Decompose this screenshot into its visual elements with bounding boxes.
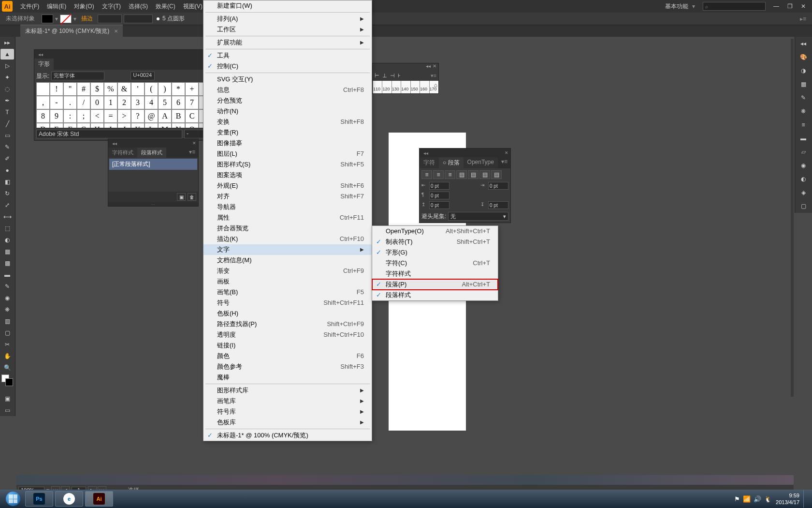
glyph-cell[interactable]: - bbox=[50, 96, 63, 109]
blob-brush-tool[interactable]: ● bbox=[0, 164, 14, 176]
menu-effect[interactable]: 效果(C) bbox=[152, 0, 179, 13]
free-transform-tool[interactable]: ⬚ bbox=[0, 223, 14, 234]
kinsoku-dropdown[interactable]: 无▾ bbox=[448, 212, 508, 221]
glyph-cell[interactable]: 2 bbox=[117, 96, 131, 109]
maximize-button[interactable]: ❐ bbox=[783, 1, 797, 11]
justify-all-button[interactable]: ▤ bbox=[491, 170, 502, 179]
character-tab[interactable]: 字符 bbox=[420, 157, 439, 168]
scrollbar[interactable] bbox=[791, 39, 794, 397]
color-panel-icon[interactable]: 🎨 bbox=[795, 50, 812, 64]
menu-type[interactable]: 文字(T) bbox=[98, 0, 125, 13]
justify-right-button[interactable]: ▤ bbox=[479, 170, 490, 179]
justify-left-button[interactable]: ▤ bbox=[456, 170, 467, 179]
first-line-indent-input[interactable] bbox=[429, 192, 450, 199]
menu-item[interactable]: 属性Ctrl+F11 bbox=[203, 212, 372, 223]
paintbrush-tool[interactable]: ✎ bbox=[0, 141, 14, 153]
indent-right-input[interactable] bbox=[488, 182, 508, 190]
panel-header[interactable]: ◂◂ ✕ bbox=[108, 139, 198, 148]
submenu-item[interactable]: 字符样式 bbox=[372, 269, 498, 279]
glyph-cell[interactable]: 7 bbox=[185, 96, 199, 109]
minimize-button[interactable]: — bbox=[769, 1, 783, 11]
glyph-cell[interactable]: E bbox=[50, 123, 63, 128]
menu-item[interactable]: 文档信息(M) bbox=[203, 255, 372, 266]
snap-icon[interactable]: ⌂ bbox=[434, 82, 437, 89]
graphic-styles-icon[interactable]: ◐ bbox=[795, 172, 812, 186]
panel-menu-icon[interactable]: ▾≡ bbox=[186, 148, 198, 158]
tab-close-icon[interactable]: ✕ bbox=[114, 29, 118, 34]
glyph-cell[interactable]: M bbox=[158, 123, 172, 128]
close-icon[interactable]: ✕ bbox=[433, 63, 436, 70]
menu-item[interactable]: 新建窗口(W) bbox=[203, 0, 372, 11]
glyph-cell[interactable]: J bbox=[117, 123, 131, 128]
font-style-dropdown[interactable]: - bbox=[184, 130, 203, 138]
glyph-cell[interactable]: $ bbox=[90, 82, 104, 96]
menu-item[interactable]: 颜色F6 bbox=[203, 351, 372, 361]
glyph-cell[interactable]: " bbox=[63, 82, 77, 96]
symbol-sprayer-tool[interactable]: ❋ bbox=[0, 304, 14, 315]
taskbar-ie[interactable]: e bbox=[55, 491, 83, 507]
taskbar-photoshop[interactable]: Ps bbox=[25, 491, 53, 507]
tab-decimal-icon[interactable]: ⊦ bbox=[398, 73, 401, 79]
menu-item[interactable]: 动作(N) bbox=[203, 106, 372, 117]
menu-item[interactable]: 工作区▶ bbox=[203, 24, 372, 35]
menu-item[interactable]: 色板(H) bbox=[203, 308, 372, 319]
ruler[interactable]: 110120130140150160170 ⌂ bbox=[373, 81, 438, 93]
align-center-button[interactable]: ≡ bbox=[433, 170, 444, 179]
glyph-cell[interactable]: @ bbox=[145, 109, 158, 123]
close-button[interactable]: ✕ bbox=[797, 1, 810, 11]
menu-item[interactable]: 扩展功能▶ bbox=[203, 37, 372, 48]
panel-header[interactable]: ◂◂ ✕ bbox=[34, 50, 226, 59]
shape-builder-tool[interactable]: ◐ bbox=[0, 234, 14, 246]
menu-item[interactable]: 拼合器预览 bbox=[203, 223, 372, 234]
new-style-icon[interactable]: ▣ bbox=[177, 193, 186, 201]
slice-tool[interactable]: ✂ bbox=[0, 339, 14, 350]
space-after-input[interactable] bbox=[488, 201, 508, 209]
glyph-cell[interactable]: ) bbox=[158, 82, 172, 96]
glyph-cell[interactable]: = bbox=[104, 109, 117, 123]
opentype-tab[interactable]: OpenType bbox=[464, 157, 498, 168]
glyphs-tab[interactable]: 字形 bbox=[34, 59, 54, 70]
glyph-cell[interactable]: * bbox=[172, 82, 185, 96]
stroke-label[interactable]: 描边 bbox=[77, 15, 97, 23]
layers-icon[interactable]: ◈ bbox=[795, 186, 812, 199]
glyph-cell[interactable]: 0 bbox=[90, 96, 104, 109]
collapse-icon[interactable]: ◂◂ bbox=[421, 150, 430, 156]
menu-edit[interactable]: 编辑(E) bbox=[43, 0, 70, 13]
transparency-icon[interactable]: ▱ bbox=[795, 145, 812, 159]
rectangle-tool[interactable]: ▭ bbox=[0, 130, 14, 141]
menu-item[interactable]: 分色预览 bbox=[203, 95, 372, 106]
eraser-tool[interactable]: ◧ bbox=[0, 176, 14, 188]
justify-center-button[interactable]: ▤ bbox=[468, 170, 478, 179]
glyph-cell[interactable]: < bbox=[90, 109, 104, 123]
menu-item[interactable]: 画笔(B)F5 bbox=[203, 287, 372, 298]
menu-item[interactable]: 画板 bbox=[203, 276, 372, 287]
glyph-cell[interactable]: D bbox=[36, 123, 50, 128]
menu-item[interactable]: 外观(E)Shift+F6 bbox=[203, 180, 372, 191]
glyph-cell[interactable]: / bbox=[77, 96, 90, 109]
menu-item[interactable]: 色板库▶ bbox=[203, 417, 372, 428]
menu-file[interactable]: 文件(F) bbox=[16, 0, 43, 13]
indent-left-input[interactable] bbox=[429, 182, 450, 190]
tab-right-icon[interactable]: ⊣ bbox=[390, 73, 395, 79]
mesh-tool[interactable]: ▩ bbox=[0, 257, 14, 269]
submenu-item[interactable]: ✓段落样式 bbox=[372, 290, 498, 300]
document-tab[interactable]: 未标题-1* @ 100% (CMYK/预览) ✕ bbox=[20, 25, 123, 37]
align-right-button[interactable]: ≡ bbox=[445, 170, 455, 179]
glyph-cell[interactable]: # bbox=[77, 82, 90, 96]
glyph-cell[interactable]: ' bbox=[131, 82, 145, 96]
close-icon[interactable]: ✕ bbox=[192, 141, 196, 146]
start-button[interactable] bbox=[2, 490, 24, 508]
menu-item[interactable]: 魔棒 bbox=[203, 372, 372, 383]
glyph-cell[interactable]: I bbox=[104, 123, 117, 128]
submenu-item[interactable]: ✓制表符(T)Shift+Ctrl+T bbox=[372, 237, 498, 247]
menu-item[interactable]: 变量(R) bbox=[203, 127, 372, 138]
blend-tool[interactable]: ◉ bbox=[0, 292, 14, 304]
tab-center-icon[interactable]: ⊥ bbox=[382, 73, 387, 79]
glyph-cell[interactable]: H bbox=[90, 123, 104, 128]
glyph-cell[interactable]: N bbox=[172, 123, 185, 128]
unicode-field[interactable]: U+0024 bbox=[130, 72, 155, 80]
panel-header[interactable]: ◂◂ ✕ bbox=[420, 149, 510, 157]
zoom-tool[interactable]: 🔍 bbox=[0, 362, 14, 374]
stroke-swatch[interactable] bbox=[60, 15, 72, 23]
space-before-input[interactable] bbox=[429, 201, 450, 209]
